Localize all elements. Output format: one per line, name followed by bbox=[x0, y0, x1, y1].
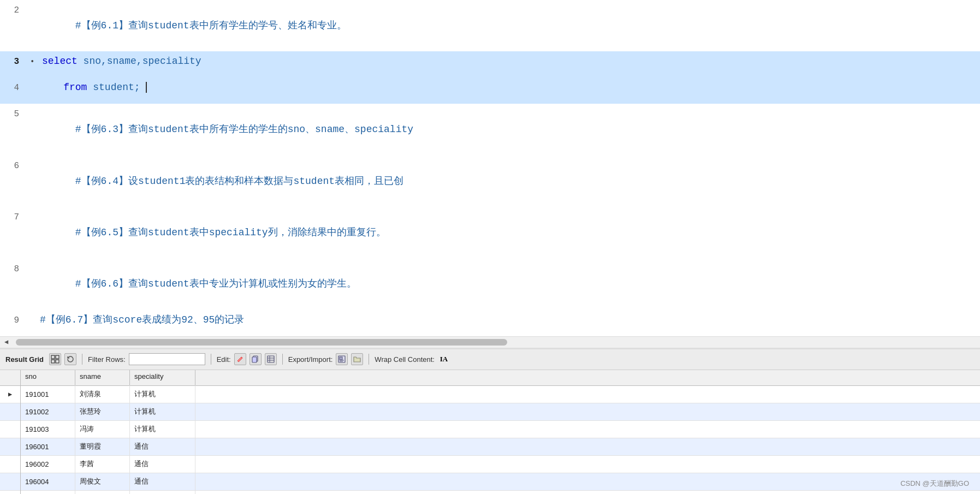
row-marker-4 bbox=[0, 438, 21, 455]
row-marker-5 bbox=[0, 455, 21, 473]
line-content-5: #【例6.3】查询student表中所有学生的学生的sno、sname、spec… bbox=[40, 106, 980, 153]
line-content-6: #【例6.4】设student1表的表结构和样本数据与student表相同，且已… bbox=[40, 158, 980, 205]
cell-speciality-3: 计算机 bbox=[130, 420, 195, 438]
toolbar-divider-2 bbox=[211, 354, 211, 365]
cell-speciality-1: 计算机 bbox=[130, 385, 195, 403]
edit-copy-button[interactable] bbox=[250, 353, 262, 365]
cell-sname-5: 李茜 bbox=[75, 455, 130, 473]
filter-rows-label: Filter Rows: bbox=[88, 355, 126, 364]
toolbar-divider-3 bbox=[282, 354, 283, 365]
line-number-6: 6 bbox=[0, 159, 30, 174]
cell-speciality-5: 通信 bbox=[130, 455, 195, 473]
cell-speciality-4: 通信 bbox=[130, 438, 195, 455]
toolbar-divider-1 bbox=[82, 354, 82, 365]
cell-sno-2: 191002 bbox=[21, 403, 75, 420]
line-content-4: from student; bbox=[40, 80, 980, 96]
table-row[interactable]: 191003 冯涛 计算机 bbox=[0, 421, 980, 438]
line-number-5: 5 bbox=[0, 108, 30, 122]
line-number-3: 3 bbox=[0, 55, 30, 69]
code-line-4[interactable]: 4 from student; bbox=[0, 78, 980, 104]
table-row[interactable]: 196001 董明霞 通信 bbox=[0, 438, 980, 456]
row-marker-2 bbox=[0, 403, 21, 420]
svg-rect-3 bbox=[56, 360, 59, 363]
line-content-8: #【例6.6】查询student表中专业为计算机或性别为女的学生。 bbox=[40, 261, 980, 308]
table-row[interactable]: 196002 李茜 通信 bbox=[0, 456, 980, 473]
cell-speciality-null: NULL bbox=[130, 490, 195, 494]
line-content-9: #【例6.7】查询score表成绩为92、95的记录 bbox=[40, 312, 980, 328]
table-row[interactable]: ▶ 191001 刘清泉 计算机 bbox=[0, 386, 980, 403]
result-panel: Result Grid Filter Rows: Edit: bbox=[0, 348, 980, 494]
wrap-cell-button[interactable]: IA bbox=[438, 353, 450, 365]
code-line-9[interactable]: 9 #【例6.7】查询score表成绩为92、95的记录 bbox=[0, 310, 980, 336]
cell-sno-null: NULL bbox=[21, 490, 75, 494]
edit-pencil-button[interactable] bbox=[234, 353, 246, 365]
row-marker-3 bbox=[0, 420, 21, 438]
grid-view-button[interactable] bbox=[49, 353, 61, 365]
line-content-3: select sno,sname,speciality bbox=[42, 53, 980, 69]
cell-sno-3: 191003 bbox=[21, 420, 75, 438]
line-number-7: 7 bbox=[0, 211, 30, 225]
line-number-9: 9 bbox=[0, 314, 30, 328]
code-line-3[interactable]: 3 • select sno,sname,speciality bbox=[0, 51, 980, 78]
line-number-8: 8 bbox=[0, 263, 30, 277]
result-grid-label: Result Grid bbox=[5, 355, 44, 364]
line-content-2: #【例6.1】查询student表中所有学生的学号、姓名和专业。 bbox=[40, 2, 980, 49]
svg-rect-7 bbox=[268, 356, 274, 362]
grid-row-num-header bbox=[0, 370, 21, 385]
table-row[interactable]: 191002 张慧玲 计算机 bbox=[0, 403, 980, 421]
result-grid: sno sname speciality ▶ 191001 刘清泉 计算机 19… bbox=[0, 370, 980, 494]
row-marker-6 bbox=[0, 473, 21, 490]
svg-rect-2 bbox=[51, 360, 55, 363]
line-content-7: #【例6.5】查询student表中speciality列，消除结果中的重复行。 bbox=[40, 209, 980, 256]
export-folder-button[interactable] bbox=[351, 353, 363, 365]
code-editor: 2 #【例6.1】查询student表中所有学生的学号、姓名和专业。 3 • s… bbox=[0, 0, 980, 336]
svg-rect-0 bbox=[51, 355, 55, 359]
scrollbar-track[interactable] bbox=[16, 339, 507, 346]
grid-col-header-sname: sname bbox=[75, 370, 130, 385]
cell-sname-1: 刘清泉 bbox=[75, 385, 130, 403]
null-row[interactable]: ✱ NULL NULL NULL bbox=[0, 491, 980, 494]
svg-rect-1 bbox=[56, 355, 59, 359]
scroll-left-icon[interactable]: ◀ bbox=[2, 338, 10, 346]
refresh-button[interactable] bbox=[64, 353, 76, 365]
filter-rows-input[interactable] bbox=[129, 353, 205, 365]
code-line-6[interactable]: 6 #【例6.4】设student1表的表结构和样本数据与student表相同，… bbox=[0, 156, 980, 207]
code-line-5[interactable]: 5 #【例6.3】查询student表中所有学生的学生的sno、sname、sp… bbox=[0, 104, 980, 155]
svg-rect-12 bbox=[340, 357, 342, 360]
row-marker-null: ✱ bbox=[0, 490, 21, 494]
cell-sno-4: 196001 bbox=[21, 438, 75, 455]
edit-label: Edit: bbox=[217, 355, 231, 364]
code-line-8[interactable]: 8 #【例6.6】查询student表中专业为计算机或性别为女的学生。 bbox=[0, 259, 980, 310]
table-row[interactable]: 196004 周俊文 通信 bbox=[0, 473, 980, 491]
code-line-2[interactable]: 2 #【例6.1】查询student表中所有学生的学号、姓名和专业。 bbox=[0, 0, 980, 51]
cell-sno-5: 196002 bbox=[21, 455, 75, 473]
horizontal-scrollbar[interactable]: ◀ bbox=[0, 336, 980, 348]
result-toolbar: Result Grid Filter Rows: Edit: bbox=[0, 349, 980, 370]
row-marker-1: ▶ bbox=[0, 385, 21, 403]
cell-sno-1: 191001 bbox=[21, 385, 75, 403]
edit-table-button[interactable] bbox=[265, 353, 277, 365]
cell-sname-3: 冯涛 bbox=[75, 420, 130, 438]
toolbar-divider-4 bbox=[369, 354, 369, 365]
cell-sname-2: 张慧玲 bbox=[75, 403, 130, 420]
grid-col-header-speciality: speciality bbox=[130, 370, 195, 385]
wrap-cell-label: Wrap Cell Content: bbox=[375, 355, 435, 364]
cell-sname-6: 周俊文 bbox=[75, 473, 130, 490]
cell-speciality-6: 通信 bbox=[130, 473, 195, 490]
line-bullet-3: • bbox=[30, 56, 40, 68]
cell-sno-6: 196004 bbox=[21, 473, 75, 490]
line-number-2: 2 bbox=[0, 4, 30, 18]
svg-rect-6 bbox=[252, 357, 257, 362]
grid-header-row: sno sname speciality bbox=[0, 370, 980, 386]
cell-speciality-2: 计算机 bbox=[130, 403, 195, 420]
code-line-7[interactable]: 7 #【例6.5】查询student表中speciality列，消除结果中的重复… bbox=[0, 207, 980, 258]
cell-sname-4: 董明霞 bbox=[75, 438, 130, 455]
watermark: CSDN @天道酬勤GO bbox=[900, 479, 969, 489]
export-import-label: Export/Import: bbox=[288, 355, 333, 364]
grid-col-header-sno: sno bbox=[21, 370, 75, 385]
export-save-button[interactable] bbox=[336, 353, 348, 365]
line-number-4: 4 bbox=[0, 81, 30, 96]
cell-sname-null: NULL bbox=[75, 490, 130, 494]
